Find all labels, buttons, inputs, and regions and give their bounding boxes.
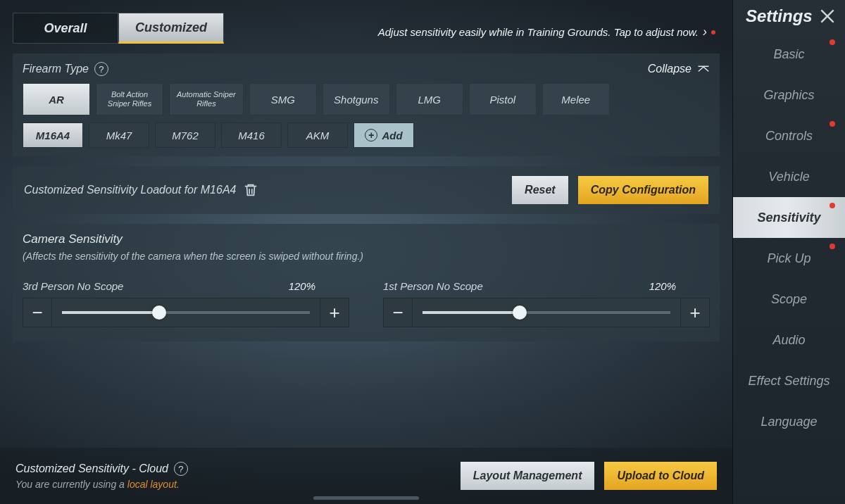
slider-3p-plus[interactable]: + bbox=[320, 298, 349, 327]
sidebar-item-language[interactable]: Language bbox=[733, 401, 845, 442]
weapon-m416[interactable]: M416 bbox=[221, 122, 282, 148]
reset-button[interactable]: Reset bbox=[512, 176, 568, 204]
local-layout-link[interactable]: local layout bbox=[127, 479, 177, 490]
firearm-type-shotguns[interactable]: Shotguns bbox=[323, 83, 390, 115]
collapse-label: Collapse bbox=[648, 63, 691, 75]
firearm-type-lmg[interactable]: LMG bbox=[396, 83, 463, 115]
slider-3p-label: 3rd Person No Scope bbox=[23, 280, 123, 292]
camera-sensitivity-sub: (Affects the sensitivity of the camera w… bbox=[23, 251, 710, 262]
sidebar-item-effect-settings[interactable]: Effect Settings bbox=[733, 360, 845, 401]
weapon-mk47[interactable]: Mk47 bbox=[89, 122, 149, 148]
firearm-type-bolt-action-sniper-rifles[interactable]: Bolt ActionSniper Rifles bbox=[96, 83, 163, 115]
cloud-title: Customized Sensitivity - Cloud ? bbox=[15, 462, 188, 476]
close-icon bbox=[818, 7, 837, 25]
trash-icon[interactable] bbox=[243, 182, 258, 199]
sidebar-item-sensitivity[interactable]: Sensitivity bbox=[733, 197, 845, 238]
tab-customized[interactable]: Customized bbox=[118, 13, 224, 44]
loadout-label: Customized Sensitivity Loadout for M16A4 bbox=[24, 184, 236, 196]
settings-title: Settings bbox=[746, 6, 813, 26]
help-icon[interactable]: ? bbox=[174, 462, 188, 476]
upload-to-cloud-button[interactable]: Upload to Cloud bbox=[604, 462, 717, 490]
settings-sidebar: Settings BasicGraphicsControlsVehicleSen… bbox=[732, 0, 845, 504]
notification-dot-icon bbox=[830, 39, 835, 45]
notification-dot-icon bbox=[830, 244, 835, 249]
training-tip-text: Adjust sensitivity easily while in Train… bbox=[378, 26, 699, 38]
add-weapon-button[interactable]: +Add bbox=[353, 122, 414, 148]
weapon-m16a4[interactable]: M16A4 bbox=[23, 122, 83, 148]
copy-configuration-button[interactable]: Copy Configuration bbox=[578, 176, 708, 204]
sidebar-item-audio[interactable]: Audio bbox=[733, 320, 845, 360]
slider-1p-minus[interactable]: − bbox=[383, 298, 413, 327]
plus-icon: + bbox=[365, 129, 377, 141]
drag-handle bbox=[313, 496, 419, 500]
slider-3p-track[interactable] bbox=[52, 298, 320, 327]
chevron-up-icon bbox=[697, 65, 710, 73]
firearm-type-ar[interactable]: AR bbox=[23, 83, 90, 115]
slider-1p-label: 1st Person No Scope bbox=[383, 280, 483, 292]
firearm-type-automatic-sniper-rifles[interactable]: Automatic SniperRifles bbox=[169, 83, 244, 115]
sidebar-item-basic[interactable]: Basic bbox=[733, 34, 845, 75]
firearm-type-melee[interactable]: Melee bbox=[542, 83, 610, 115]
notification-dot-icon bbox=[830, 203, 835, 208]
slider-3p-minus[interactable]: − bbox=[23, 298, 52, 327]
weapon-akm[interactable]: AKM bbox=[287, 122, 348, 148]
slider-1p-track[interactable] bbox=[413, 298, 680, 327]
collapse-button[interactable]: Collapse bbox=[648, 63, 710, 75]
sidebar-item-controls[interactable]: Controls bbox=[733, 115, 845, 156]
cloud-subtitle: You are currently using a local layout. bbox=[15, 479, 188, 490]
notification-dot-icon bbox=[711, 30, 715, 34]
sidebar-item-graphics[interactable]: Graphics bbox=[733, 75, 845, 115]
sidebar-item-scope[interactable]: Scope bbox=[733, 279, 845, 320]
firearm-type-pistol[interactable]: Pistol bbox=[469, 83, 537, 115]
camera-sensitivity-panel: Camera Sensitivity (Affects the sensitiv… bbox=[13, 224, 720, 341]
firearm-type-panel: Firearm Type ? Collapse ARBolt ActionSni… bbox=[13, 53, 720, 156]
tab-overall[interactable]: Overall bbox=[13, 13, 118, 44]
help-icon[interactable]: ? bbox=[94, 62, 108, 76]
weapon-m762[interactable]: M762 bbox=[155, 122, 215, 148]
loadout-panel: Customized Sensitivity Loadout for M16A4… bbox=[13, 166, 720, 214]
camera-sensitivity-title: Camera Sensitivity bbox=[23, 232, 710, 246]
firearm-type-label: Firearm Type bbox=[23, 63, 89, 75]
chevron-right-icon: › bbox=[703, 25, 707, 39]
slider-1p-value: 120% bbox=[649, 280, 710, 292]
cloud-bar: Customized Sensitivity - Cloud ? You are… bbox=[0, 448, 732, 504]
training-tip[interactable]: Adjust sensitivity easily while in Train… bbox=[378, 25, 720, 44]
slider-3p-value: 120% bbox=[289, 280, 349, 292]
notification-dot-icon bbox=[830, 121, 835, 127]
layout-management-button[interactable]: Layout Management bbox=[461, 462, 595, 490]
sidebar-item-pick-up[interactable]: Pick Up bbox=[733, 238, 845, 279]
sidebar-item-vehicle[interactable]: Vehicle bbox=[733, 156, 845, 197]
slider-1p-plus[interactable]: + bbox=[680, 298, 710, 327]
close-button[interactable] bbox=[815, 4, 839, 28]
firearm-type-smg[interactable]: SMG bbox=[249, 83, 317, 115]
